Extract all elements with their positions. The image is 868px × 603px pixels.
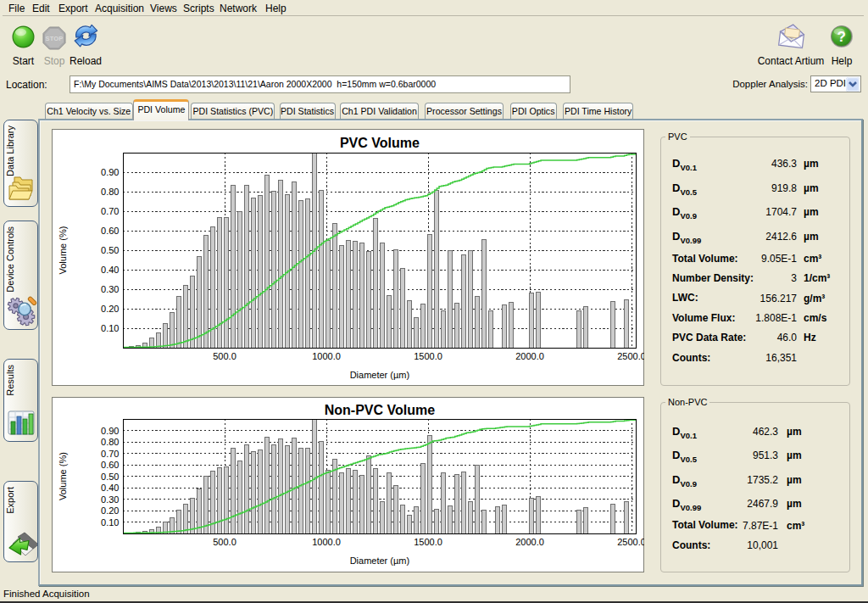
svg-text:2500.0: 2500.0	[617, 537, 644, 547]
svg-text:STOP: STOP	[45, 35, 63, 42]
svg-text:PVC Volume: PVC Volume	[340, 136, 420, 150]
svg-text:0.60: 0.60	[101, 226, 119, 236]
svg-text:0.60: 0.60	[101, 460, 119, 470]
svg-text:2000.0: 2000.0	[515, 537, 544, 547]
svg-text:2500.0: 2500.0	[617, 351, 644, 361]
svg-text:0.20: 0.20	[101, 304, 119, 314]
svg-text:0.90: 0.90	[101, 426, 119, 436]
svg-text:0.20: 0.20	[101, 505, 119, 516]
svg-text:1500.0: 1500.0	[414, 537, 442, 547]
svg-text:0.40: 0.40	[101, 265, 119, 275]
svg-text:0.40: 0.40	[101, 483, 119, 493]
svg-text:500.0: 500.0	[213, 537, 236, 547]
svg-text:0.70: 0.70	[101, 449, 119, 459]
svg-text:0.30: 0.30	[101, 284, 119, 294]
svg-text:0.10: 0.10	[101, 517, 119, 528]
svg-text:?: ?	[837, 29, 846, 45]
svg-text:0.10: 0.10	[101, 323, 119, 333]
svg-text:0.30: 0.30	[101, 494, 119, 505]
svg-text:0.70: 0.70	[101, 206, 119, 216]
svg-text:0.80: 0.80	[101, 437, 119, 447]
svg-text:1000.0: 1000.0	[312, 537, 341, 547]
svg-text:Volume (%): Volume (%)	[58, 452, 68, 500]
svg-text:0.50: 0.50	[101, 472, 119, 482]
svg-text:Non-PVC Volume: Non-PVC Volume	[325, 403, 435, 417]
svg-text:Diameter (µm): Diameter (µm)	[350, 370, 410, 380]
svg-text:Volume (%): Volume (%)	[58, 226, 68, 275]
svg-text:0.50: 0.50	[101, 245, 119, 255]
svg-text:1500.0: 1500.0	[414, 351, 442, 361]
svg-text:2000.0: 2000.0	[515, 351, 544, 361]
svg-text:500.0: 500.0	[213, 351, 236, 361]
svg-text:0.90: 0.90	[101, 167, 119, 177]
svg-text:0.80: 0.80	[101, 187, 119, 197]
svg-text:Diameter (µm): Diameter (µm)	[350, 556, 410, 566]
svg-text:1000.0: 1000.0	[312, 351, 341, 361]
